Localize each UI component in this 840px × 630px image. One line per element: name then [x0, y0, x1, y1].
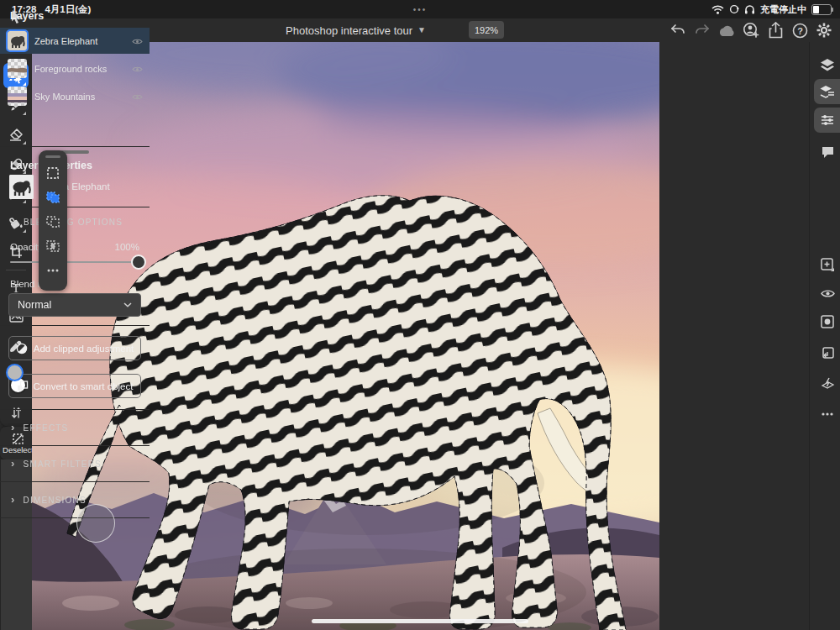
home-indicator[interactable] [312, 619, 528, 623]
more-options-icon[interactable] [42, 260, 64, 281]
adjustment-icon [16, 343, 28, 354]
add-clipped-adjustment-button[interactable]: Add clipped adjustment [8, 336, 141, 360]
smart-object-icon [17, 381, 28, 391]
touch-shortcut-circle[interactable] [76, 504, 115, 543]
battery-status-text: 充電停止中 [760, 3, 806, 16]
layer-thumbnail [8, 31, 27, 50]
help-icon[interactable]: ? [789, 19, 811, 41]
photoshop-ipad-app: 17:28 4月1日(金) ••• 充電停止中 ‹ Photoshop [0, 0, 840, 630]
intersect-selection-icon[interactable] [42, 235, 64, 257]
layer-row-zebra-elephant[interactable]: Zebra Elephant [0, 28, 150, 54]
subtract-selection-icon[interactable] [42, 211, 64, 233]
mask-icon[interactable] [814, 309, 840, 334]
drag-handle[interactable] [45, 155, 60, 158]
smart-filters-section[interactable]: › SMART FILTERS [0, 446, 150, 481]
opacity-slider-knob[interactable] [131, 255, 146, 270]
visibility-eye-icon[interactable] [132, 34, 143, 49]
chevron-right-icon: › [11, 421, 16, 433]
settings-gear-icon[interactable] [813, 19, 835, 41]
layer-row-foreground-rocks[interactable]: Foreground rocks [0, 55, 150, 81]
layer-thumbnail [8, 59, 27, 78]
opacity-slider[interactable] [10, 261, 139, 263]
chevron-down-icon [10, 220, 18, 225]
svg-text:?: ? [797, 25, 803, 35]
visibility-eye-icon[interactable] [132, 89, 143, 104]
effects-section[interactable]: › EFFECTS [0, 410, 150, 445]
visibility-eye-icon[interactable] [132, 61, 143, 76]
chevron-right-icon: › [11, 457, 16, 470]
selection-options-palette [39, 150, 67, 291]
chevron-down-icon: ▼ [417, 25, 426, 34]
comments-icon[interactable] [814, 139, 840, 165]
eraser-tool[interactable] [3, 122, 29, 147]
share-icon[interactable] [764, 19, 786, 41]
convert-to-smart-object-button[interactable]: Convert to smart object [8, 374, 141, 398]
battery-icon [811, 4, 832, 15]
zoom-level-badge[interactable]: 192% [469, 21, 504, 39]
visibility-icon[interactable] [814, 281, 840, 306]
effects-icon[interactable] [814, 371, 840, 396]
headphones-icon [744, 4, 755, 14]
cloud-sync-icon[interactable] [716, 19, 738, 41]
undo-button[interactable] [667, 19, 689, 41]
add-layer-icon[interactable] [814, 252, 840, 277]
layers-panel-icon[interactable] [814, 52, 840, 77]
add-selection-icon[interactable] [42, 186, 64, 208]
more-icon[interactable] [814, 402, 840, 427]
redo-button[interactable] [691, 19, 713, 41]
new-selection-icon[interactable] [42, 162, 64, 184]
layer-thumbnail [8, 87, 27, 106]
invite-people-icon[interactable] [740, 19, 762, 41]
foreground-color[interactable] [6, 364, 24, 381]
adjustments-icon[interactable] [814, 108, 840, 133]
chevron-right-icon: › [11, 493, 16, 506]
opacity-value: 100% [115, 242, 139, 252]
document-title: Photoshop interactive tour [286, 24, 412, 37]
layers-panel-title: Layers [10, 10, 44, 22]
properties-layer-thumbnail [9, 175, 34, 199]
ipad-status-bar: 17:28 4月1日(金) ••• 充電停止中 [0, 0, 840, 18]
orientation-lock-icon [729, 4, 739, 14]
dimensions-section[interactable]: › DIMENSIONS [0, 482, 150, 517]
blend-mode-select[interactable]: Normal [8, 293, 141, 317]
layer-row-sky-mountains[interactable]: Sky Mountains [0, 83, 150, 109]
layer-properties-icon[interactable] [814, 79, 840, 104]
wifi-icon [711, 5, 724, 14]
clip-layer-icon[interactable] [814, 341, 840, 366]
panel-rail [809, 42, 840, 630]
chevron-down-icon [123, 302, 132, 307]
document-title-menu[interactable]: Photoshop interactive tour ▼ [286, 18, 426, 42]
